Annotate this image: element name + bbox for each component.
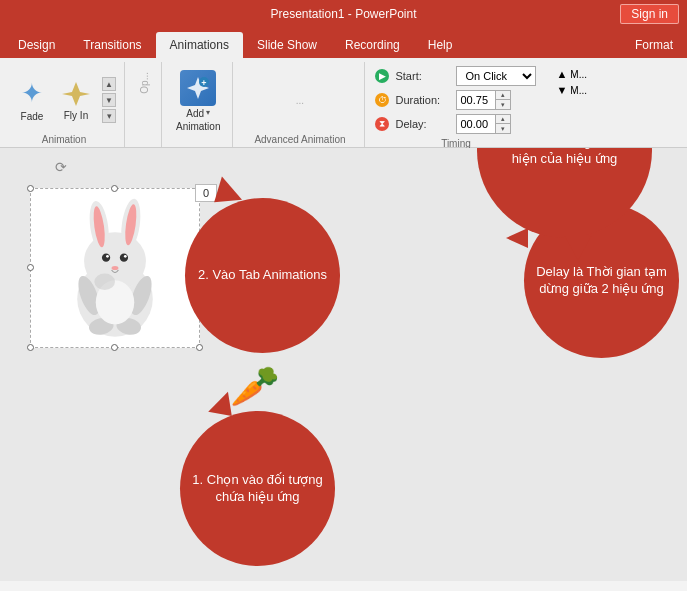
start-icon: ▶	[375, 69, 389, 83]
duration-label: Duration:	[395, 94, 450, 106]
duration-bubble-arrow	[564, 235, 592, 260]
carrot-object[interactable]: 🥕	[230, 363, 280, 410]
move-earlier-button[interactable]: ▲ M...	[552, 66, 591, 82]
add-animation-icon: +	[180, 70, 216, 106]
svg-point-13	[124, 255, 127, 258]
svg-point-20	[94, 273, 115, 289]
duration-spinners: ▴ ▾	[495, 91, 510, 109]
move-earlier-label: M...	[570, 69, 587, 80]
add-animation-arrow: ▾	[206, 108, 210, 117]
duration-decrement[interactable]: ▾	[496, 100, 510, 109]
delay-icon: ⧗	[375, 117, 389, 131]
rabbit-image	[31, 189, 199, 347]
svg-point-10	[102, 254, 110, 262]
tab-slideshow[interactable]: Slide Show	[243, 32, 331, 58]
tab-transitions[interactable]: Transitions	[69, 32, 155, 58]
animation-group: ✦ Fade Fly In ▲ ▼ ▾ Animation	[4, 62, 125, 147]
start-row: ▶ Start: On Click With Previous After Pr…	[375, 66, 536, 86]
ribbon-tabs: Design Transitions Animations Slide Show…	[0, 28, 687, 58]
advanced-animation-group: ... Advanced Animation	[235, 62, 365, 147]
delay-input[interactable]	[457, 115, 495, 133]
add-animation-group: + Add ▾ Animation	[164, 62, 233, 147]
move-down-icon: ▼	[556, 84, 567, 96]
fade-label: Fade	[21, 111, 44, 122]
handle-bottom-left[interactable]	[27, 344, 34, 351]
op-group: Op...	[127, 62, 162, 147]
fade-icon: ✦	[21, 78, 43, 109]
delay-decrement[interactable]: ▾	[496, 124, 510, 133]
handle-bottom-middle[interactable]	[111, 344, 118, 351]
start-select[interactable]: On Click With Previous After Previous	[456, 66, 536, 86]
animations-bubble-arrow	[212, 175, 242, 202]
window-title: Presentation1 - PowerPoint	[270, 7, 416, 21]
svg-point-11	[120, 254, 128, 262]
animation-group-label: Animation	[42, 134, 86, 147]
handle-top-left[interactable]	[27, 185, 34, 192]
fly-in-svg	[62, 80, 90, 108]
svg-point-12	[106, 255, 109, 258]
adv-placeholder: ...	[296, 95, 304, 106]
tab-animations[interactable]: Animations	[156, 32, 243, 58]
flyin-animation-button[interactable]: Fly In	[56, 76, 96, 125]
move-later-button[interactable]: ▼ M...	[552, 82, 591, 98]
svg-marker-0	[62, 82, 90, 106]
flyin-label: Fly In	[64, 110, 88, 121]
move-later-label: M...	[570, 85, 587, 96]
duration-increment[interactable]: ▴	[496, 91, 510, 100]
fade-animation-button[interactable]: ✦ Fade	[12, 74, 52, 126]
svg-point-14	[112, 266, 119, 270]
duration-icon: ⏱	[375, 93, 389, 107]
delay-label: Delay:	[395, 118, 450, 130]
add-animation-label: Add	[186, 108, 204, 119]
delay-bubble-arrow	[506, 228, 528, 248]
add-animation-label2: Animation	[176, 121, 220, 132]
slide-object[interactable]	[30, 188, 200, 348]
ribbon: ✦ Fade Fly In ▲ ▼ ▾ Animation Op...	[0, 58, 687, 148]
scroll-down-button[interactable]: ▼	[102, 93, 116, 107]
handle-middle-left[interactable]	[27, 264, 34, 271]
delay-row: ⧗ Delay: ▴ ▾	[375, 114, 536, 134]
duration-input[interactable]	[457, 91, 495, 109]
handle-bottom-right[interactable]	[196, 344, 203, 351]
tab-design[interactable]: Design	[4, 32, 69, 58]
select-bubble-arrow	[208, 389, 236, 416]
recycle-icon[interactable]: ⟳	[50, 156, 72, 178]
handle-top-middle[interactable]	[111, 185, 118, 192]
animations-tab-bubble: 2. Vào Tab Animations	[185, 198, 340, 353]
title-bar-controls: Sign in	[620, 4, 679, 24]
slide-toolbar: ⟳	[50, 156, 72, 178]
add-animation-button[interactable]: + Add ▾ Animation	[172, 66, 224, 136]
svg-text:+: +	[202, 78, 207, 88]
delay-spinners: ▴ ▾	[495, 115, 510, 133]
tab-format[interactable]: Format	[621, 32, 687, 58]
sign-in-button[interactable]: Sign in	[620, 4, 679, 24]
duration-row: ⏱ Duration: ▴ ▾	[375, 90, 536, 110]
slide-area: ⟳	[0, 148, 687, 581]
flyin-icon	[62, 80, 90, 108]
animation-buttons: ✦ Fade Fly In ▲ ▼ ▾	[12, 66, 116, 134]
adv-buttons: ...	[296, 66, 304, 134]
advanced-animation-label: Advanced Animation	[254, 134, 345, 147]
start-label: Start:	[395, 70, 450, 82]
title-bar: Presentation1 - PowerPoint Sign in	[0, 0, 687, 28]
timing-group: ▶ Start: On Click With Previous After Pr…	[367, 62, 544, 147]
delay-increment[interactable]: ▴	[496, 115, 510, 124]
duration-input-wrap: ▴ ▾	[456, 90, 511, 110]
tab-recording[interactable]: Recording	[331, 32, 414, 58]
animation-scroll: ▲ ▼ ▾	[102, 77, 116, 123]
select-object-bubble: 1. Chọn vào đối tượng chứa hiệu ứng	[180, 411, 335, 566]
move-up-icon: ▲	[556, 68, 567, 80]
scroll-up-button[interactable]: ▲	[102, 77, 116, 91]
tab-help[interactable]: Help	[414, 32, 467, 58]
scroll-more-button[interactable]: ▾	[102, 109, 116, 123]
reorder-group: ▲ M... ▼ M...	[546, 62, 597, 147]
delay-input-wrap: ▴ ▾	[456, 114, 511, 134]
